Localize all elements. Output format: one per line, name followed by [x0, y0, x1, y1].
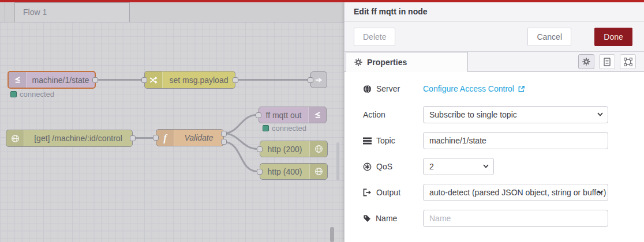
node-function[interactable]: f Validate: [156, 129, 224, 146]
node-http-in[interactable]: [get] /machine/:id/control: [6, 130, 133, 147]
change-icon: [145, 71, 163, 88]
qos-icon: [363, 162, 372, 171]
node-link-out[interactable]: [310, 71, 327, 88]
node-http-response-200[interactable]: http (200): [260, 141, 328, 157]
output-label: Output: [363, 188, 423, 197]
topic-icon: [363, 137, 372, 145]
server-label: Server: [363, 84, 423, 93]
input-port[interactable]: [256, 112, 261, 118]
input-port[interactable]: [308, 77, 313, 83]
cancel-button[interactable]: Cancel: [527, 28, 571, 46]
mqtt-icon: [9, 72, 27, 88]
gear-icon: [354, 58, 362, 66]
tray-toolbar: [578, 54, 636, 69]
delete-button[interactable]: Delete: [354, 28, 395, 46]
node-appearance-button[interactable]: [620, 54, 636, 69]
panel-action-bar: Delete Cancel Done: [345, 22, 644, 52]
globe-icon: [309, 164, 327, 179]
node-mqtt-out[interactable]: ff mqtt out: [259, 107, 327, 123]
output-port[interactable]: [130, 135, 136, 141]
name-icon: [363, 214, 371, 222]
topic-label: Topic: [363, 136, 423, 145]
tab-cover: [346, 71, 467, 72]
topic-row: Topic: [363, 132, 632, 149]
output-port[interactable]: [92, 77, 98, 83]
external-link-icon: [518, 85, 525, 93]
output-icon: [363, 188, 372, 196]
node-status: connected: [10, 90, 54, 99]
wire[interactable]: [224, 115, 257, 134]
panel-title: Edit ff mqtt in node: [345, 2, 644, 22]
edit-node-panel: Edit ff mqtt in node Delete Cancel Done …: [344, 2, 644, 242]
topic-input[interactable]: [423, 132, 608, 149]
node-properties-button[interactable]: [578, 54, 594, 69]
gear-icon: [582, 58, 590, 66]
name-row: Name: [363, 210, 632, 227]
output-row: Output auto-detect (parsed JSON object, …: [363, 184, 632, 201]
input-port[interactable]: [257, 169, 263, 175]
canvas-scrollbar-thumb[interactable]: [330, 227, 334, 242]
tab-flow-1[interactable]: Flow 1: [14, 2, 130, 22]
qos-row: QoS 2: [363, 158, 632, 175]
server-row: Server Configure Access Control: [363, 80, 632, 97]
flow-workspace: Flow 1 machine/1/state connected: [0, 2, 344, 242]
node-status: connected: [263, 124, 306, 133]
name-label: Name: [363, 214, 423, 223]
action-select[interactable]: Subscribe to single topic: [423, 106, 608, 123]
action-row: Action Subscribe to single topic: [363, 106, 632, 123]
input-port[interactable]: [153, 135, 159, 141]
node-label: Validate: [174, 130, 223, 146]
output-port-1[interactable]: [221, 131, 227, 137]
status-dot: [10, 91, 17, 97]
node-label: http (400): [260, 164, 309, 179]
node-label: [get] /machine/:id/control: [24, 130, 132, 146]
output-select[interactable]: auto-detect (parsed JSON object, string …: [423, 184, 608, 201]
qos-select[interactable]: 2: [423, 158, 494, 175]
name-input[interactable]: [423, 210, 608, 227]
properties-form: Server Configure Access Control Action S…: [345, 72, 644, 242]
server-globe-icon: [363, 85, 372, 93]
configure-access-control-link[interactable]: Configure Access Control: [423, 84, 525, 93]
output-port[interactable]: [233, 77, 238, 83]
globe-icon: [6, 130, 24, 146]
wire[interactable]: [224, 142, 257, 172]
chevron-down-icon: [597, 112, 603, 116]
node-description-button[interactable]: [599, 54, 615, 69]
node-label: ff mqtt out: [259, 107, 308, 123]
doc-icon: [603, 58, 611, 66]
node-mqtt-in[interactable]: machine/1/state: [8, 71, 96, 89]
status-text: connected: [20, 90, 54, 99]
node-change[interactable]: set msg.payload: [144, 71, 235, 89]
tab-properties[interactable]: Properties: [346, 52, 468, 71]
action-label: Action: [363, 110, 423, 119]
mqtt-icon: [308, 107, 326, 123]
node-label: http (200): [260, 141, 309, 157]
tray-scrollbar-thumb[interactable]: [336, 142, 339, 180]
appearance-icon: [624, 58, 632, 66]
chevron-down-icon: [597, 190, 603, 194]
globe-icon: [309, 141, 327, 157]
node-label: machine/1/state: [27, 72, 95, 88]
link-out-icon: [311, 72, 327, 88]
qos-label: QoS: [363, 162, 423, 171]
wire[interactable]: [224, 134, 257, 149]
status-text: connected: [272, 124, 306, 133]
chevron-down-icon: [483, 164, 489, 168]
node-label: set msg.payload: [163, 71, 235, 88]
editor-tab-row: Properties: [345, 52, 644, 72]
input-port[interactable]: [141, 77, 147, 83]
function-icon: f: [156, 130, 174, 146]
tab-properties-label: Properties: [367, 58, 407, 67]
output-port-2[interactable]: [221, 139, 227, 145]
input-port[interactable]: [257, 146, 263, 152]
status-dot: [263, 125, 269, 131]
done-button[interactable]: Done: [594, 28, 632, 46]
node-http-response-400[interactable]: http (400): [260, 163, 328, 180]
